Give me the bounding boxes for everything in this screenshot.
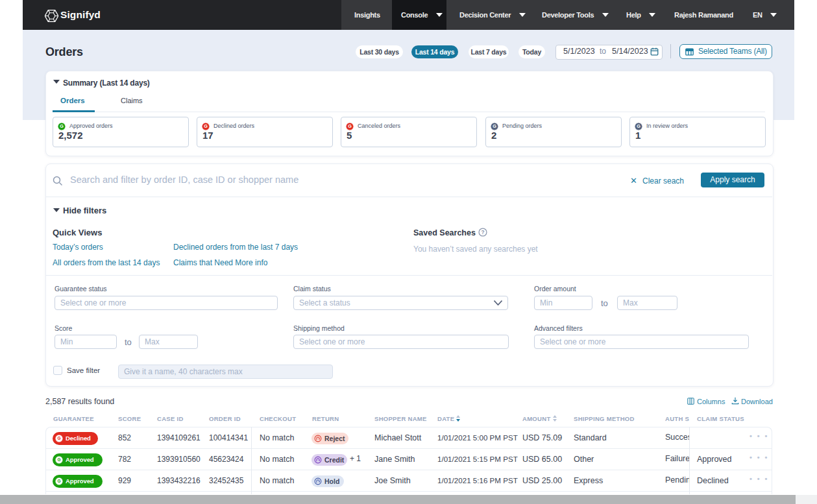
svg-text:G: G [60,123,64,129]
svg-text:?: ? [481,229,484,235]
svg-text:G: G [348,123,352,129]
svg-text:G: G [57,479,60,483]
svg-text:G: G [637,123,640,129]
svg-text:G: G [57,457,60,462]
svg-text:G: G [57,436,60,440]
svg-text:G: G [204,123,208,129]
svg-text:G: G [493,123,496,129]
